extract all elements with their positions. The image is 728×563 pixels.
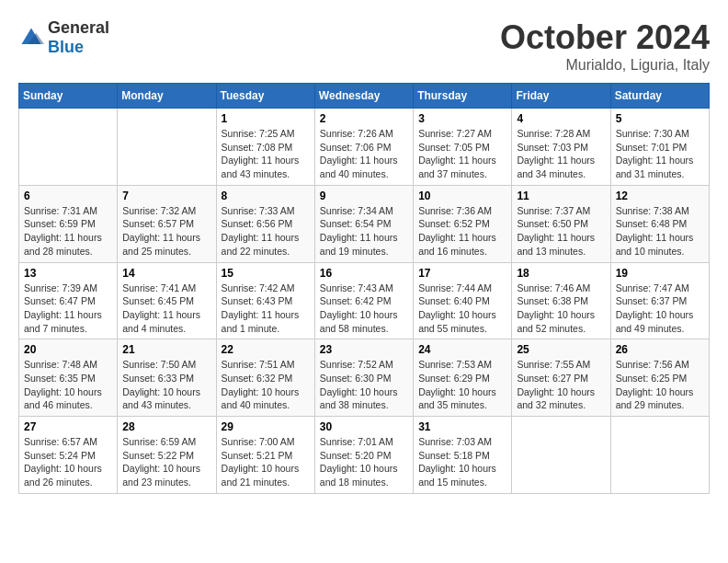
day-number: 13 <box>24 267 112 280</box>
calendar-cell <box>610 417 709 494</box>
day-number: 24 <box>418 343 506 356</box>
weekday-header: Friday <box>512 84 610 109</box>
calendar-cell: 7Sunrise: 7:32 AM Sunset: 6:57 PM Daylig… <box>118 185 216 262</box>
day-number: 30 <box>320 420 408 433</box>
day-number: 23 <box>320 343 408 356</box>
calendar-cell: 14Sunrise: 7:41 AM Sunset: 6:45 PM Dayli… <box>118 262 216 339</box>
calendar-cell: 11Sunrise: 7:37 AM Sunset: 6:50 PM Dayli… <box>512 185 610 262</box>
day-info: Sunrise: 7:46 AM Sunset: 6:38 PM Dayligh… <box>517 282 605 336</box>
calendar-cell: 23Sunrise: 7:52 AM Sunset: 6:30 PM Dayli… <box>314 339 413 417</box>
day-info: Sunrise: 7:42 AM Sunset: 6:43 PM Dayligh… <box>222 282 310 336</box>
calendar-cell: 30Sunrise: 7:01 AM Sunset: 5:20 PM Dayli… <box>314 417 413 494</box>
day-number: 6 <box>24 190 112 202</box>
logo-icon <box>18 25 44 51</box>
weekday-header: Monday <box>118 84 216 109</box>
calendar-cell: 1Sunrise: 7:25 AM Sunset: 7:08 PM Daylig… <box>216 109 314 186</box>
day-info: Sunrise: 7:30 AM Sunset: 7:01 PM Dayligh… <box>616 127 704 181</box>
day-number: 9 <box>320 190 408 202</box>
calendar-cell: 8Sunrise: 7:33 AM Sunset: 6:56 PM Daylig… <box>216 185 314 262</box>
day-number: 16 <box>320 267 408 280</box>
calendar-cell: 2Sunrise: 7:26 AM Sunset: 7:06 PM Daylig… <box>314 109 413 186</box>
day-number: 29 <box>222 420 310 433</box>
calendar-week-row: 20Sunrise: 7:48 AM Sunset: 6:35 PM Dayli… <box>19 339 710 417</box>
day-number: 12 <box>616 190 704 202</box>
day-info: Sunrise: 6:59 AM Sunset: 5:22 PM Dayligh… <box>122 435 210 489</box>
logo-general: General <box>48 18 109 37</box>
calendar-cell: 20Sunrise: 7:48 AM Sunset: 6:35 PM Dayli… <box>19 339 118 417</box>
day-number: 22 <box>222 343 310 356</box>
calendar-week-row: 13Sunrise: 7:39 AM Sunset: 6:47 PM Dayli… <box>19 262 710 339</box>
day-number: 7 <box>122 190 210 202</box>
day-number: 25 <box>517 343 605 356</box>
day-number: 26 <box>616 343 704 356</box>
day-info: Sunrise: 7:51 AM Sunset: 6:32 PM Dayligh… <box>222 358 310 412</box>
day-number: 18 <box>517 267 605 280</box>
day-info: Sunrise: 7:39 AM Sunset: 6:47 PM Dayligh… <box>24 282 112 336</box>
day-number: 28 <box>122 420 210 433</box>
day-number: 19 <box>616 267 704 280</box>
calendar-cell: 22Sunrise: 7:51 AM Sunset: 6:32 PM Dayli… <box>216 339 314 417</box>
calendar-table: SundayMondayTuesdayWednesdayThursdayFrid… <box>18 83 710 494</box>
day-info: Sunrise: 7:48 AM Sunset: 6:35 PM Dayligh… <box>24 358 112 412</box>
location-title: Murialdo, Liguria, Italy <box>500 57 710 74</box>
calendar-cell: 13Sunrise: 7:39 AM Sunset: 6:47 PM Dayli… <box>19 262 118 339</box>
calendar-cell: 26Sunrise: 7:56 AM Sunset: 6:25 PM Dayli… <box>610 339 709 417</box>
day-info: Sunrise: 7:34 AM Sunset: 6:54 PM Dayligh… <box>320 204 408 259</box>
calendar-cell <box>118 109 216 186</box>
day-number: 11 <box>517 190 605 202</box>
month-title: October 2024 <box>500 18 710 57</box>
day-info: Sunrise: 7:28 AM Sunset: 7:03 PM Dayligh… <box>517 127 605 181</box>
day-info: Sunrise: 7:56 AM Sunset: 6:25 PM Dayligh… <box>616 358 704 412</box>
day-info: Sunrise: 7:00 AM Sunset: 5:21 PM Dayligh… <box>222 435 310 489</box>
day-info: Sunrise: 7:36 AM Sunset: 6:52 PM Dayligh… <box>418 204 506 259</box>
calendar-cell: 5Sunrise: 7:30 AM Sunset: 7:01 PM Daylig… <box>610 109 709 186</box>
calendar-cell: 25Sunrise: 7:55 AM Sunset: 6:27 PM Dayli… <box>512 339 610 417</box>
day-number: 20 <box>24 343 112 356</box>
day-info: Sunrise: 7:38 AM Sunset: 6:48 PM Dayligh… <box>616 204 704 259</box>
weekday-header: Sunday <box>19 84 118 109</box>
day-info: Sunrise: 7:37 AM Sunset: 6:50 PM Dayligh… <box>517 204 605 259</box>
title-section: October 2024 Murialdo, Liguria, Italy <box>500 18 710 74</box>
day-number: 1 <box>222 112 310 125</box>
calendar-cell: 6Sunrise: 7:31 AM Sunset: 6:59 PM Daylig… <box>19 185 118 262</box>
day-info: Sunrise: 7:52 AM Sunset: 6:30 PM Dayligh… <box>320 358 408 412</box>
calendar-cell <box>19 109 118 186</box>
calendar-cell: 15Sunrise: 7:42 AM Sunset: 6:43 PM Dayli… <box>216 262 314 339</box>
day-info: Sunrise: 7:31 AM Sunset: 6:59 PM Dayligh… <box>24 204 112 259</box>
calendar-header-row: SundayMondayTuesdayWednesdayThursdayFrid… <box>19 84 710 109</box>
calendar-cell: 16Sunrise: 7:43 AM Sunset: 6:42 PM Dayli… <box>314 262 413 339</box>
weekday-header: Saturday <box>610 84 709 109</box>
day-number: 27 <box>24 420 112 433</box>
page-header: General Blue October 2024 Murialdo, Ligu… <box>18 18 710 74</box>
day-number: 3 <box>418 112 506 125</box>
calendar-cell: 9Sunrise: 7:34 AM Sunset: 6:54 PM Daylig… <box>314 185 413 262</box>
day-number: 15 <box>222 267 310 280</box>
day-info: Sunrise: 7:55 AM Sunset: 6:27 PM Dayligh… <box>517 358 605 412</box>
calendar-cell: 3Sunrise: 7:27 AM Sunset: 7:05 PM Daylig… <box>414 109 512 186</box>
day-number: 21 <box>122 343 210 356</box>
day-info: Sunrise: 7:47 AM Sunset: 6:37 PM Dayligh… <box>616 282 704 336</box>
day-info: Sunrise: 7:43 AM Sunset: 6:42 PM Dayligh… <box>320 282 408 336</box>
day-number: 4 <box>517 112 605 125</box>
logo-blue: Blue <box>48 38 84 56</box>
day-info: Sunrise: 7:33 AM Sunset: 6:56 PM Dayligh… <box>222 204 310 259</box>
calendar-cell: 24Sunrise: 7:53 AM Sunset: 6:29 PM Dayli… <box>414 339 512 417</box>
calendar-cell: 28Sunrise: 6:59 AM Sunset: 5:22 PM Dayli… <box>118 417 216 494</box>
calendar-cell: 19Sunrise: 7:47 AM Sunset: 6:37 PM Dayli… <box>610 262 709 339</box>
weekday-header: Wednesday <box>314 84 413 109</box>
day-info: Sunrise: 7:50 AM Sunset: 6:33 PM Dayligh… <box>122 358 210 412</box>
weekday-header: Tuesday <box>216 84 314 109</box>
calendar-week-row: 1Sunrise: 7:25 AM Sunset: 7:08 PM Daylig… <box>19 109 710 186</box>
calendar-week-row: 6Sunrise: 7:31 AM Sunset: 6:59 PM Daylig… <box>19 185 710 262</box>
calendar-week-row: 27Sunrise: 6:57 AM Sunset: 5:24 PM Dayli… <box>19 417 710 494</box>
day-info: Sunrise: 7:26 AM Sunset: 7:06 PM Dayligh… <box>320 127 408 181</box>
calendar-cell <box>512 417 610 494</box>
logo: General Blue <box>18 18 109 57</box>
weekday-header: Thursday <box>414 84 512 109</box>
day-info: Sunrise: 7:01 AM Sunset: 5:20 PM Dayligh… <box>320 435 408 489</box>
calendar-cell: 17Sunrise: 7:44 AM Sunset: 6:40 PM Dayli… <box>414 262 512 339</box>
calendar-cell: 10Sunrise: 7:36 AM Sunset: 6:52 PM Dayli… <box>414 185 512 262</box>
calendar-cell: 27Sunrise: 6:57 AM Sunset: 5:24 PM Dayli… <box>19 417 118 494</box>
day-info: Sunrise: 7:03 AM Sunset: 5:18 PM Dayligh… <box>418 435 506 489</box>
day-info: Sunrise: 7:41 AM Sunset: 6:45 PM Dayligh… <box>122 282 210 336</box>
